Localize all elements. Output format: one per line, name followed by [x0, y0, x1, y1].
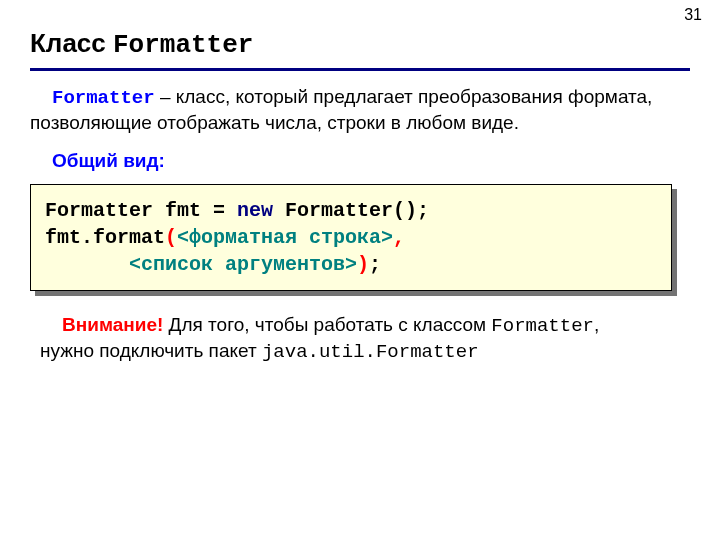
- note-class: Formatter: [491, 315, 594, 337]
- note-paragraph: Внимание! Для того, чтобы работать с кла…: [40, 313, 652, 364]
- section-label: Общий вид:: [30, 149, 672, 174]
- title-prefix: Класс: [30, 28, 113, 58]
- note-package: java.util.Formatter: [262, 341, 479, 363]
- code-l1c: Formatter();: [273, 199, 429, 222]
- note-warn: Внимание!: [62, 314, 163, 335]
- title-mono: Formatter: [113, 30, 253, 60]
- code-l3pad: [45, 253, 129, 276]
- code-comma: ,: [393, 226, 405, 249]
- code-semicolon: ;: [369, 253, 381, 276]
- code-block: Formatter fmt = new Formatter(); fmt.for…: [30, 184, 672, 291]
- code-arg-list: <список аргументов>: [129, 253, 357, 276]
- note-t1: Для того, чтобы работать с классом: [163, 314, 491, 335]
- body: Formatter – класс, который предлагает пр…: [0, 71, 720, 364]
- page-title: Класс Formatter: [0, 0, 720, 64]
- code-keyword-new: new: [237, 199, 273, 222]
- intro-paragraph: Formatter – класс, который предлагает пр…: [30, 85, 672, 135]
- page-number: 31: [684, 6, 702, 24]
- intro-keyword: Formatter: [52, 87, 155, 109]
- code-l2a: fmt.format: [45, 226, 165, 249]
- code-close-paren: ): [357, 253, 369, 276]
- section-label-text: Общий вид:: [52, 150, 165, 171]
- code-arg-format: <форматная строка>: [177, 226, 393, 249]
- code-open-paren: (: [165, 226, 177, 249]
- code-l1a: Formatter fmt =: [45, 199, 237, 222]
